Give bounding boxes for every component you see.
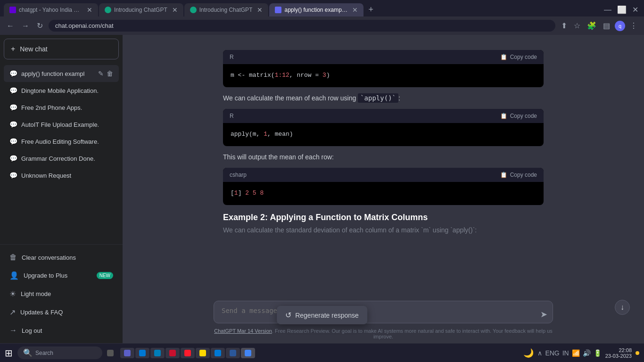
tab-yahoo[interactable]: chatgpt - Yahoo India Search Res ✕ — [4, 3, 98, 16]
notification-dot[interactable] — [636, 351, 639, 355]
show-hidden-icon[interactable]: ∧ — [537, 349, 542, 357]
tab-yahoo-title: chatgpt - Yahoo India Search Res — [19, 7, 82, 13]
chat-item-grammar[interactable]: 💬 Grammar Correction Done. — [4, 150, 119, 167]
updates-faq-button[interactable]: ↗ Updates & FAQ — [4, 303, 119, 321]
code-block-3: csharp 📋 Copy code [1] 2 5 8 — [223, 168, 544, 205]
taskbar-start: ⊞ — [0, 347, 17, 359]
taskbar-app-store[interactable] — [135, 348, 149, 358]
edit-button-0[interactable]: ✎ — [98, 70, 104, 77]
address-input[interactable] — [49, 20, 555, 32]
taskbar-app-mcafee[interactable] — [165, 348, 180, 358]
tab-chatgpt2[interactable]: Introducing ChatGPT ✕ — [184, 3, 269, 16]
chat-item-title-6: Unknown Request — [21, 172, 113, 179]
code-text-2: apply(m, — [231, 131, 264, 138]
tab-apply[interactable]: apply() function examples ✕ — [269, 3, 363, 16]
delete-button-0[interactable]: 🗑 — [107, 70, 113, 77]
address-bar-row: ← → ↻ ⬆ ☆ 🧩 ▤ q ⋮ — [0, 16, 644, 35]
code-number-1: 1:12 — [275, 72, 289, 79]
chat-icon-1: 💬 — [9, 87, 17, 94]
tab-chatgpt1-close[interactable]: ✕ — [172, 6, 178, 14]
taskbar-app-dell[interactable] — [150, 348, 165, 358]
chat-item-actions-0: ✎ 🗑 — [98, 70, 113, 77]
text-content-1: We can calculate the mean of each row us… — [223, 93, 544, 103]
profile-button[interactable]: q — [615, 21, 625, 31]
code-text-1c: ) — [326, 72, 330, 79]
copy-button-3[interactable]: 📋 Copy code — [500, 172, 537, 178]
extensions-icon[interactable]: 🧩 — [585, 19, 598, 32]
back-button[interactable]: ← — [5, 20, 16, 32]
code-text-2b: , mean) — [267, 131, 293, 138]
chrome-icon — [245, 350, 251, 356]
taskbar-app-chrome[interactable] — [241, 348, 255, 358]
light-mode-button[interactable]: ☀ Light mode — [4, 285, 119, 303]
apply-favicon — [275, 7, 281, 13]
code-content-2: apply(m, 1, mean) — [223, 123, 544, 146]
chat-item-autoit[interactable]: 💬 AutoIT File Upload Example. — [4, 116, 119, 133]
taskbar-app-edge[interactable] — [211, 348, 225, 358]
start-button[interactable]: ⊞ — [5, 347, 13, 359]
volume-icon[interactable]: 🔊 — [583, 349, 591, 357]
tab-yahoo-close[interactable]: ✕ — [87, 6, 92, 14]
task-view-button[interactable] — [105, 348, 116, 358]
minimize-button[interactable]: — — [602, 4, 613, 16]
store-icon — [139, 350, 146, 356]
clock-time: 22:08 — [605, 347, 632, 353]
chat-list: 💬 apply() function exampl ✎ 🗑 💬 Dingtone… — [0, 63, 123, 244]
input-wrapper: ➤ — [214, 301, 553, 325]
chat-item-title-1: Dingtone Mobile Application. — [21, 87, 113, 94]
regenerate-popup[interactable]: ↺ Regenerate response — [277, 306, 367, 324]
chat-item-unknown[interactable]: 💬 Unknown Request — [4, 167, 119, 184]
refresh-button[interactable]: ↻ — [35, 19, 45, 32]
forward-button[interactable]: → — [20, 20, 31, 32]
upgrade-plus-button[interactable]: 👤 Upgrade to Plus NEW — [4, 266, 119, 285]
share-icon[interactable]: ⬆ — [559, 19, 569, 32]
tab-chatgpt2-close[interactable]: ✕ — [257, 6, 263, 14]
toolbar-right: ⬆ ☆ 🧩 ▤ q ⋮ — [559, 19, 639, 32]
close-button[interactable]: ✕ — [630, 3, 640, 16]
example-heading: Example 2: Applying a Function to Matrix… — [223, 213, 544, 222]
copy-button-1[interactable]: 📋 Copy code — [500, 54, 537, 60]
taskbar-app-word[interactable] — [226, 348, 240, 358]
copy-icon-3: 📋 — [500, 172, 507, 178]
taskbar-search[interactable]: 🔍 Search — [17, 346, 102, 359]
footer-link[interactable]: ChatGPT Mar 14 Version — [214, 328, 272, 334]
chat-input[interactable] — [214, 301, 553, 323]
chat-item-audio[interactable]: 💬 Free Audio Editing Software. — [4, 133, 119, 150]
sidebar-toggle-icon[interactable]: ▤ — [601, 19, 612, 32]
taskbar-app-teams[interactable] — [120, 348, 134, 358]
sidebar-bottom: 🗑 Clear conversations 👤 Upgrade to Plus … — [0, 244, 123, 343]
app-body: + New chat 💬 apply() function exampl ✎ 🗑… — [0, 35, 644, 343]
user-icon: 👤 — [9, 271, 19, 280]
send-button[interactable]: ➤ — [540, 309, 547, 320]
scroll-down-button[interactable]: ↓ — [615, 300, 630, 315]
code-lang-1: R — [230, 54, 234, 60]
code-content-3: [1] 2 5 8 — [223, 182, 544, 205]
new-chat-button[interactable]: + New chat — [4, 39, 119, 59]
taskbar-app-files[interactable] — [196, 348, 210, 358]
star-icon[interactable]: ☆ — [572, 19, 582, 32]
opera-icon — [184, 350, 191, 356]
code-block-2: R 📋 Copy code apply(m, 1, mean) — [223, 109, 544, 146]
regenerate-label: Regenerate response — [295, 312, 359, 319]
copy-icon-2: 📋 — [500, 113, 507, 119]
maximize-button[interactable]: ⬜ — [615, 3, 628, 16]
trash-icon: 🗑 — [9, 253, 17, 262]
logout-button[interactable]: → Log out — [4, 321, 119, 339]
chat-item-dingtone[interactable]: 💬 Dingtone Mobile Application. — [4, 82, 119, 99]
battery-icon[interactable]: 🔋 — [594, 349, 602, 357]
menu-icon[interactable]: ⋮ — [628, 19, 639, 32]
copy-button-2[interactable]: 📋 Copy code — [500, 113, 537, 119]
taskbar-app-opera[interactable] — [181, 348, 195, 358]
weather-icon: 🌙 — [523, 348, 534, 358]
wifi-icon[interactable]: 📶 — [572, 349, 580, 357]
tab-apply-close[interactable]: ✕ — [352, 6, 358, 14]
clear-conversations-button[interactable]: 🗑 Clear conversations — [4, 248, 119, 266]
new-tab-button[interactable]: + — [364, 3, 377, 16]
code-bracket: [ — [231, 189, 234, 197]
logout-label: Log out — [22, 327, 42, 334]
tab-chatgpt1[interactable]: Introducing ChatGPT ✕ — [99, 3, 183, 16]
chat-item-apply[interactable]: 💬 apply() function exampl ✎ 🗑 — [4, 65, 119, 82]
chat-item-phone[interactable]: 💬 Free 2nd Phone Apps. — [4, 99, 119, 116]
tab-apply-title: apply() function examples — [284, 7, 347, 13]
clock[interactable]: 22:08 23-03-2023 — [605, 347, 632, 359]
